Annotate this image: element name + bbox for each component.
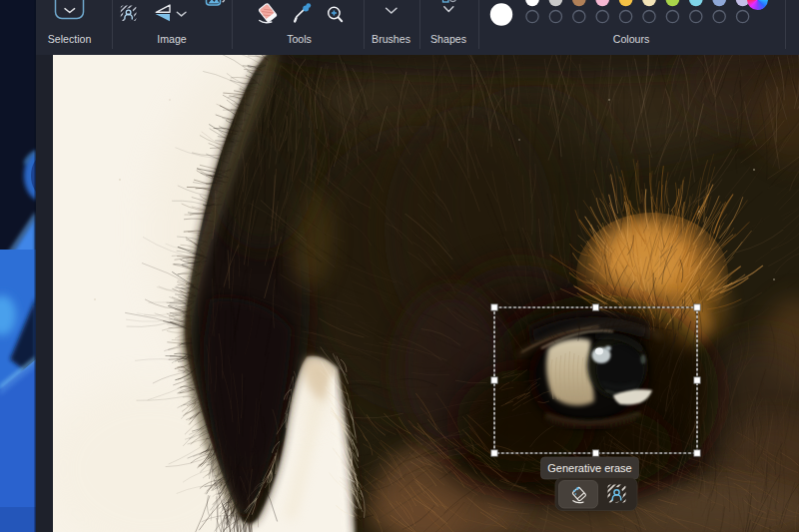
- svg-text:Generative erase: Generative erase: [547, 462, 631, 474]
